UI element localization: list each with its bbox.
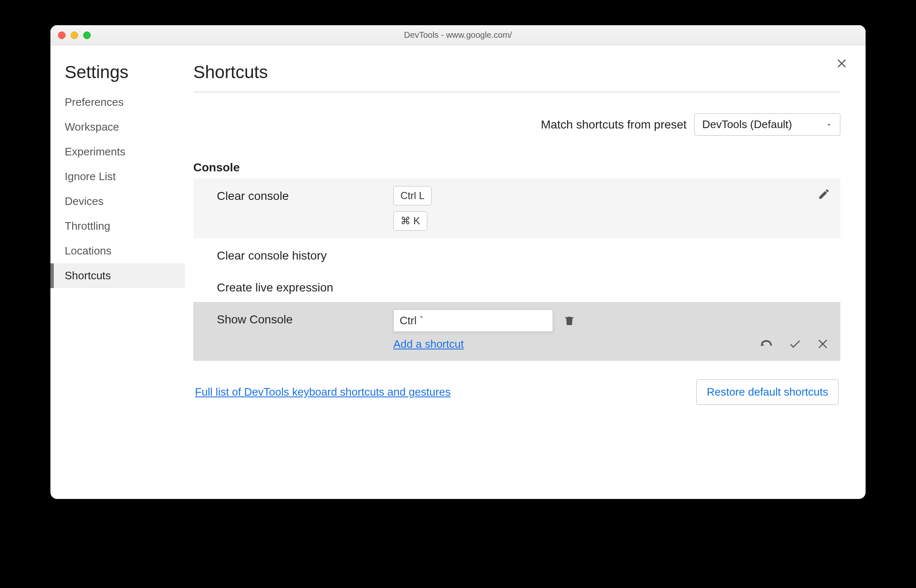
- shortcut-input[interactable]: [393, 310, 553, 332]
- devtools-settings-window: DevTools - www.google.com/ Settings Pref…: [50, 25, 866, 499]
- edit-icon[interactable]: [818, 188, 830, 200]
- shortcut-row-show-console: Show Console Add a shortcut: [193, 302, 840, 361]
- page-title: Shortcuts: [193, 62, 840, 92]
- sidebar-item-ignore-list[interactable]: Ignore List: [50, 164, 185, 189]
- window-zoom-button[interactable]: [83, 32, 91, 39]
- keycap: Ctrl L: [393, 186, 432, 205]
- sidebar-item-experiments[interactable]: Experiments: [50, 139, 185, 164]
- trash-icon[interactable]: [563, 315, 576, 327]
- sidebar-item-workspace[interactable]: Workspace: [50, 115, 185, 139]
- full-list-link[interactable]: Full list of DevTools keyboard shortcuts…: [195, 386, 450, 399]
- sidebar-item-preferences[interactable]: Preferences: [50, 90, 185, 115]
- sidebar-heading: Settings: [50, 62, 185, 90]
- window-minimize-button[interactable]: [71, 32, 78, 39]
- window-title: DevTools - www.google.com/: [50, 30, 866, 40]
- preset-select[interactable]: DevTools (Default): [694, 113, 840, 136]
- shortcut-row-clear-console: Clear console Ctrl L ⌘ K: [193, 178, 840, 238]
- sidebar-item-throttling[interactable]: Throttling: [50, 214, 185, 239]
- shortcut-label: Clear console history: [217, 246, 393, 262]
- section-heading-console: Console: [193, 161, 840, 174]
- preset-label: Match shortcuts from preset: [541, 118, 687, 131]
- main-panel: Shortcuts Match shortcuts from preset De…: [185, 45, 866, 499]
- window-close-button[interactable]: [58, 32, 66, 39]
- sidebar-item-devices[interactable]: Devices: [50, 189, 185, 214]
- settings-sidebar: Settings Preferences Workspace Experimen…: [50, 45, 185, 499]
- sidebar-item-locations[interactable]: Locations: [50, 239, 185, 263]
- shortcut-row-create-live-expression: Create live expression: [193, 270, 840, 302]
- chevron-down-icon: [826, 118, 832, 131]
- shortcut-label: Show Console: [217, 310, 393, 326]
- add-shortcut-link[interactable]: Add a shortcut: [393, 338, 760, 351]
- preset-select-value: DevTools (Default): [702, 118, 792, 131]
- shortcut-keys: Ctrl L ⌘ K: [393, 186, 818, 231]
- shortcut-row-clear-history: Clear console history: [193, 238, 840, 270]
- shortcut-label: Clear console: [217, 186, 393, 203]
- check-icon[interactable]: [788, 337, 802, 351]
- preset-row: Match shortcuts from preset DevTools (De…: [193, 113, 840, 136]
- undo-icon[interactable]: [760, 337, 773, 351]
- cancel-icon[interactable]: [817, 337, 830, 351]
- close-icon[interactable]: [836, 57, 849, 70]
- titlebar: DevTools - www.google.com/: [50, 25, 866, 45]
- sidebar-item-shortcuts[interactable]: Shortcuts: [50, 263, 185, 288]
- keycap: ⌘ K: [393, 211, 427, 231]
- shortcut-label: Create live expression: [217, 278, 393, 294]
- restore-defaults-button[interactable]: Restore default shortcuts: [696, 379, 839, 405]
- traffic-lights: [58, 32, 91, 39]
